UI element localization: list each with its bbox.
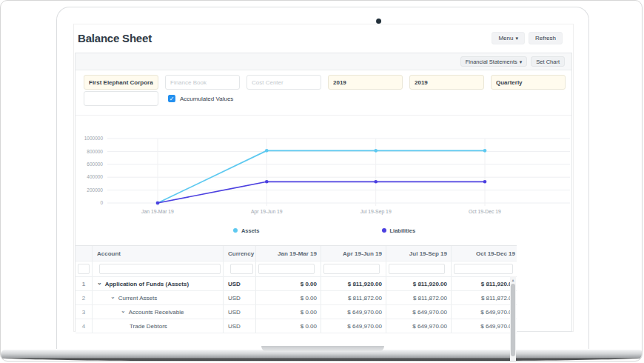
svg-text:1000000: 1000000 <box>84 136 104 141</box>
chevron-down-icon[interactable]: ⌄ <box>97 282 102 285</box>
page-title: Balance Sheet <box>78 32 152 44</box>
table-filter-row <box>76 262 517 277</box>
header-actions: Menu ▾ Refresh <box>492 32 563 44</box>
q3-value-cell: $ 811,920.00 <box>386 277 452 290</box>
filter-row-2: ✓ Accumulated Values <box>84 91 233 106</box>
currency-cell: USD <box>224 319 256 333</box>
svg-text:600000: 600000 <box>87 161 103 167</box>
q2-column-header[interactable]: Apr 19-Jun 19 <box>321 246 386 261</box>
q3-column-header[interactable]: Jul 19-Sep 19 <box>386 246 452 261</box>
financial-statements-dropdown[interactable]: Financial Statements ▾ <box>460 56 528 67</box>
cost-center-filter-input[interactable] <box>246 75 321 90</box>
q3-value-cell: $ 649,970.00 <box>386 305 452 319</box>
laptop-base-shadow <box>5 358 639 362</box>
q2-value-cell: $ 811,872.00 <box>321 291 386 304</box>
to-fiscal-year-filter-input[interactable] <box>409 75 484 90</box>
extra-filter-input[interactable] <box>84 91 158 106</box>
q1-value-cell: $ 0.00 <box>256 277 321 290</box>
q2-value-cell: $ 649,970.00 <box>321 319 386 333</box>
finance-book-filter-input[interactable] <box>165 75 240 90</box>
liabilities-legend-label: Liabilities <box>390 227 416 234</box>
q3-value-cell: $ 649,970.00 <box>386 319 452 333</box>
refresh-button[interactable]: Refresh <box>529 32 563 44</box>
scrollbar-thumb[interactable] <box>511 284 515 356</box>
q1-value-cell: $ 0.00 <box>256 291 321 304</box>
q3-value-cell: $ 811,872.00 <box>386 291 452 304</box>
q4-column-header[interactable]: Oct 19-Dec 19 <box>452 246 517 261</box>
laptop-base-notch <box>261 346 384 352</box>
set-chart-label: Set Chart <box>536 59 560 65</box>
report-container: Financial Statements ▾ Set Chart <box>75 53 572 332</box>
q4-value-cell: $ 811,872.00 <box>452 291 517 304</box>
report-toolbar: Financial Statements ▾ Set Chart <box>76 53 571 70</box>
svg-text:800000: 800000 <box>87 149 103 154</box>
currency-cell: USD <box>224 277 256 290</box>
accumulated-values-label: Accumulated Values <box>180 96 233 102</box>
currency-column-header[interactable]: Currency <box>224 246 256 261</box>
account-cell: Accounts Receivable <box>129 309 184 316</box>
table-row[interactable]: 3 ⌄ Accounts Receivable USD $ 0.00 $ 649… <box>76 305 517 319</box>
table-row[interactable]: 2 ⌄ Current Assets USD $ 0.00 $ 811,872.… <box>76 291 517 305</box>
row-number: 1 <box>76 277 93 290</box>
filter-row-1 <box>84 75 566 90</box>
currency-cell: USD <box>224 291 256 304</box>
app-window: Balance Sheet Menu ▾ Refresh Financial <box>73 24 574 332</box>
filter-panel: ✓ Accumulated Values <box>76 71 571 116</box>
svg-text:Jul 19-Sep 19: Jul 19-Sep 19 <box>360 209 392 215</box>
check-icon: ✓ <box>170 96 175 102</box>
scroll-up-icon[interactable]: ▲ <box>510 276 516 283</box>
q2-filter-input[interactable] <box>323 264 380 274</box>
q1-column-header[interactable]: Jan 19-Mar 19 <box>256 246 321 261</box>
svg-text:Apr 19-Jun 19: Apr 19-Jun 19 <box>251 209 283 215</box>
webcam-dot-icon <box>376 19 381 24</box>
q2-value-cell: $ 649,970.00 <box>321 305 386 319</box>
svg-text:200000: 200000 <box>87 187 103 193</box>
table-header-row: Account Currency Jan 19-Mar 19 Apr 19-Ju… <box>76 246 517 262</box>
set-chart-button[interactable]: Set Chart <box>531 56 565 67</box>
account-filter-input[interactable] <box>99 264 221 274</box>
q1-value-cell: $ 0.00 <box>256 319 321 333</box>
currency-filter-input[interactable] <box>230 264 253 274</box>
account-cell: Current Assets <box>118 295 157 302</box>
liabilities-legend-dot-icon <box>382 228 386 233</box>
line-chart: 02000004000006000008000001000000Jan 19-M… <box>76 116 573 219</box>
report-table: Account Currency Jan 19-Mar 19 Apr 19-Ju… <box>76 245 517 333</box>
accumulated-values-checkbox[interactable]: ✓ <box>168 95 175 102</box>
caret-down-icon: ▾ <box>515 36 518 41</box>
q4-value-cell: $ 811,920.00 <box>452 277 517 290</box>
chevron-down-icon[interactable]: ⌄ <box>121 310 126 313</box>
laptop-screen-bezel: Balance Sheet Menu ▾ Refresh Financial <box>56 7 589 349</box>
q4-value-cell: $ 649,970.00 <box>452 305 517 319</box>
from-fiscal-year-filter-input[interactable] <box>328 75 403 90</box>
legend-item-assets: Assets <box>233 224 260 236</box>
svg-text:400000: 400000 <box>87 174 103 179</box>
table-scrollbar[interactable]: ▲ <box>510 276 516 362</box>
q1-filter-input[interactable] <box>258 264 315 274</box>
table-row[interactable]: 1 ⌄ Application of Funds (Assets) USD $ … <box>76 277 517 291</box>
q4-filter-input[interactable] <box>454 264 513 274</box>
row-number-filter-input[interactable] <box>78 264 90 274</box>
company-filter-input[interactable] <box>84 75 158 90</box>
q1-value-cell: $ 0.00 <box>256 305 321 319</box>
svg-text:0: 0 <box>100 200 103 205</box>
svg-text:Jan 19-Mar 19: Jan 19-Mar 19 <box>141 209 174 214</box>
row-number: 3 <box>76 305 93 319</box>
financial-statements-label: Financial Statements <box>466 59 517 65</box>
account-column-header[interactable]: Account <box>93 246 224 261</box>
row-number-header <box>76 246 93 261</box>
q4-value-cell: $ 649,970.00 <box>452 319 517 333</box>
menu-button[interactable]: Menu ▾ <box>492 32 525 44</box>
periodicity-filter-input[interactable] <box>491 75 566 90</box>
caret-down-icon: ▾ <box>520 59 523 64</box>
app-header: Balance Sheet Menu ▾ Refresh <box>74 24 573 51</box>
row-number: 2 <box>76 291 93 304</box>
menu-button-label: Menu <box>498 35 513 41</box>
q3-filter-input[interactable] <box>389 264 445 274</box>
currency-cell: USD <box>224 305 256 319</box>
account-cell: Application of Funds (Assets) <box>105 281 189 287</box>
table-row[interactable]: 4 Trade Debtors USD $ 0.00 $ 649,970.00 … <box>76 319 517 333</box>
account-cell: Trade Debtors <box>130 323 167 330</box>
chevron-down-icon[interactable]: ⌄ <box>110 296 115 299</box>
legend-item-liabilities: Liabilities <box>382 224 416 236</box>
chart-legend: Assets Liabilities <box>76 224 573 236</box>
